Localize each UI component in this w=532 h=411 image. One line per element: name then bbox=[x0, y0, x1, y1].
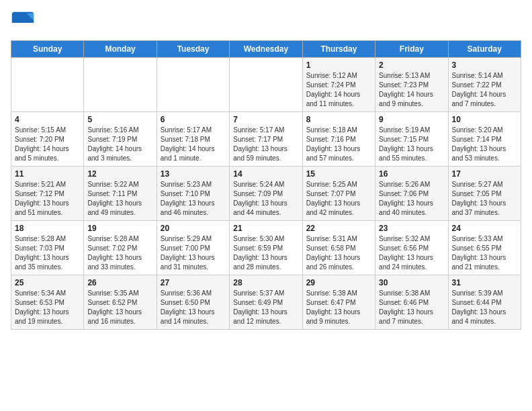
day-number: 21 bbox=[233, 224, 298, 233]
calendar-cell: 16Sunrise: 5:26 AM Sunset: 7:06 PM Dayli… bbox=[375, 167, 448, 221]
calendar-cell: 17Sunrise: 5:27 AM Sunset: 7:05 PM Dayli… bbox=[448, 167, 521, 221]
calendar-cell: 13Sunrise: 5:23 AM Sunset: 7:10 PM Dayli… bbox=[157, 167, 229, 221]
svg-rect-2 bbox=[12, 19, 34, 23]
day-info: Sunrise: 5:38 AM Sunset: 6:46 PM Dayligh… bbox=[379, 289, 444, 326]
day-info: Sunrise: 5:36 AM Sunset: 6:50 PM Dayligh… bbox=[161, 289, 226, 326]
calendar-cell: 11Sunrise: 5:21 AM Sunset: 7:12 PM Dayli… bbox=[11, 167, 84, 221]
calendar-cell: 18Sunrise: 5:28 AM Sunset: 7:03 PM Dayli… bbox=[11, 221, 84, 275]
day-info: Sunrise: 5:37 AM Sunset: 6:49 PM Dayligh… bbox=[233, 289, 298, 326]
calendar-cell bbox=[157, 58, 229, 112]
day-info: Sunrise: 5:13 AM Sunset: 7:23 PM Dayligh… bbox=[379, 71, 444, 109]
calendar-week-row: 4Sunrise: 5:15 AM Sunset: 7:20 PM Daylig… bbox=[11, 112, 521, 167]
day-number: 22 bbox=[306, 224, 371, 233]
day-number: 29 bbox=[306, 278, 371, 287]
day-info: Sunrise: 5:18 AM Sunset: 7:16 PM Dayligh… bbox=[306, 126, 371, 163]
day-number: 8 bbox=[306, 115, 371, 124]
calendar-week-row: 18Sunrise: 5:28 AM Sunset: 7:03 PM Dayli… bbox=[11, 221, 521, 275]
calendar-cell: 15Sunrise: 5:25 AM Sunset: 7:07 PM Dayli… bbox=[302, 167, 375, 221]
day-number: 30 bbox=[379, 278, 444, 287]
day-number: 10 bbox=[452, 115, 517, 124]
calendar-cell: 26Sunrise: 5:35 AM Sunset: 6:52 PM Dayli… bbox=[84, 275, 157, 330]
day-number: 17 bbox=[452, 169, 517, 179]
day-info: Sunrise: 5:19 AM Sunset: 7:15 PM Dayligh… bbox=[379, 126, 444, 163]
weekday-header: Thursday bbox=[302, 41, 375, 58]
weekday-header: Tuesday bbox=[157, 41, 229, 58]
calendar-table: SundayMondayTuesdayWednesdayThursdayFrid… bbox=[11, 40, 521, 330]
calendar-cell: 14Sunrise: 5:24 AM Sunset: 7:09 PM Dayli… bbox=[230, 167, 302, 221]
day-info: Sunrise: 5:20 AM Sunset: 7:14 PM Dayligh… bbox=[452, 126, 517, 163]
day-info: Sunrise: 5:31 AM Sunset: 6:58 PM Dayligh… bbox=[306, 234, 371, 272]
weekday-header: Wednesday bbox=[230, 41, 302, 58]
day-number: 24 bbox=[452, 224, 517, 233]
weekday-header: Friday bbox=[375, 41, 448, 58]
calendar-cell: 3Sunrise: 5:14 AM Sunset: 7:22 PM Daylig… bbox=[448, 58, 521, 112]
calendar-cell bbox=[84, 58, 157, 112]
calendar-cell bbox=[230, 58, 302, 112]
calendar-week-row: 11Sunrise: 5:21 AM Sunset: 7:12 PM Dayli… bbox=[11, 167, 521, 221]
day-number: 1 bbox=[306, 60, 371, 70]
day-info: Sunrise: 5:17 AM Sunset: 7:18 PM Dayligh… bbox=[161, 126, 226, 163]
weekday-header: Saturday bbox=[448, 41, 521, 58]
day-info: Sunrise: 5:29 AM Sunset: 7:00 PM Dayligh… bbox=[161, 234, 226, 272]
calendar-cell: 5Sunrise: 5:16 AM Sunset: 7:19 PM Daylig… bbox=[84, 112, 157, 167]
day-number: 25 bbox=[15, 278, 80, 287]
day-info: Sunrise: 5:28 AM Sunset: 7:02 PM Dayligh… bbox=[87, 234, 152, 272]
day-number: 2 bbox=[379, 60, 444, 70]
page-header bbox=[11, 11, 521, 35]
day-info: Sunrise: 5:30 AM Sunset: 6:59 PM Dayligh… bbox=[233, 234, 298, 272]
day-info: Sunrise: 5:17 AM Sunset: 7:17 PM Dayligh… bbox=[233, 126, 298, 163]
day-info: Sunrise: 5:26 AM Sunset: 7:06 PM Dayligh… bbox=[379, 180, 444, 218]
day-number: 15 bbox=[306, 169, 371, 179]
day-number: 6 bbox=[161, 115, 226, 124]
calendar-cell: 9Sunrise: 5:19 AM Sunset: 7:15 PM Daylig… bbox=[375, 112, 448, 167]
day-info: Sunrise: 5:24 AM Sunset: 7:09 PM Dayligh… bbox=[233, 180, 298, 218]
day-number: 27 bbox=[161, 278, 226, 287]
day-info: Sunrise: 5:32 AM Sunset: 6:56 PM Dayligh… bbox=[379, 234, 444, 272]
day-number: 11 bbox=[15, 169, 80, 179]
day-number: 19 bbox=[87, 224, 152, 233]
day-number: 20 bbox=[161, 224, 226, 233]
calendar-cell: 23Sunrise: 5:32 AM Sunset: 6:56 PM Dayli… bbox=[375, 221, 448, 275]
day-number: 26 bbox=[87, 278, 152, 287]
day-number: 31 bbox=[452, 278, 517, 287]
day-info: Sunrise: 5:33 AM Sunset: 6:55 PM Dayligh… bbox=[452, 234, 517, 272]
day-info: Sunrise: 5:39 AM Sunset: 6:44 PM Dayligh… bbox=[452, 289, 517, 326]
day-info: Sunrise: 5:23 AM Sunset: 7:10 PM Dayligh… bbox=[161, 180, 226, 218]
calendar-cell: 6Sunrise: 5:17 AM Sunset: 7:18 PM Daylig… bbox=[157, 112, 229, 167]
calendar-cell: 2Sunrise: 5:13 AM Sunset: 7:23 PM Daylig… bbox=[375, 58, 448, 112]
day-info: Sunrise: 5:35 AM Sunset: 6:52 PM Dayligh… bbox=[87, 289, 152, 326]
day-info: Sunrise: 5:14 AM Sunset: 7:22 PM Dayligh… bbox=[452, 71, 517, 109]
day-info: Sunrise: 5:25 AM Sunset: 7:07 PM Dayligh… bbox=[306, 180, 371, 218]
day-number: 18 bbox=[15, 224, 80, 233]
day-number: 7 bbox=[233, 115, 298, 124]
day-info: Sunrise: 5:34 AM Sunset: 6:53 PM Dayligh… bbox=[15, 289, 80, 326]
day-info: Sunrise: 5:16 AM Sunset: 7:19 PM Dayligh… bbox=[87, 126, 152, 163]
logo-icon bbox=[11, 11, 35, 35]
day-number: 28 bbox=[233, 278, 298, 287]
calendar-cell: 20Sunrise: 5:29 AM Sunset: 7:00 PM Dayli… bbox=[157, 221, 229, 275]
calendar-cell bbox=[11, 58, 84, 112]
calendar-cell: 8Sunrise: 5:18 AM Sunset: 7:16 PM Daylig… bbox=[302, 112, 375, 167]
calendar-cell: 29Sunrise: 5:38 AM Sunset: 6:47 PM Dayli… bbox=[302, 275, 375, 330]
day-info: Sunrise: 5:22 AM Sunset: 7:11 PM Dayligh… bbox=[87, 180, 152, 218]
day-number: 9 bbox=[379, 115, 444, 124]
calendar-cell: 19Sunrise: 5:28 AM Sunset: 7:02 PM Dayli… bbox=[84, 221, 157, 275]
day-number: 12 bbox=[87, 169, 152, 179]
calendar-cell: 27Sunrise: 5:36 AM Sunset: 6:50 PM Dayli… bbox=[157, 275, 229, 330]
calendar-cell: 25Sunrise: 5:34 AM Sunset: 6:53 PM Dayli… bbox=[11, 275, 84, 330]
day-number: 5 bbox=[87, 115, 152, 124]
calendar-week-row: 1Sunrise: 5:12 AM Sunset: 7:24 PM Daylig… bbox=[11, 58, 521, 112]
logo bbox=[11, 11, 38, 35]
calendar-cell: 21Sunrise: 5:30 AM Sunset: 6:59 PM Dayli… bbox=[230, 221, 302, 275]
calendar-cell: 31Sunrise: 5:39 AM Sunset: 6:44 PM Dayli… bbox=[448, 275, 521, 330]
weekday-header-row: SundayMondayTuesdayWednesdayThursdayFrid… bbox=[11, 41, 521, 58]
day-number: 3 bbox=[452, 60, 517, 70]
day-number: 4 bbox=[15, 115, 80, 124]
day-info: Sunrise: 5:21 AM Sunset: 7:12 PM Dayligh… bbox=[15, 180, 80, 218]
calendar-week-row: 25Sunrise: 5:34 AM Sunset: 6:53 PM Dayli… bbox=[11, 275, 521, 330]
calendar-cell: 22Sunrise: 5:31 AM Sunset: 6:58 PM Dayli… bbox=[302, 221, 375, 275]
calendar-cell: 7Sunrise: 5:17 AM Sunset: 7:17 PM Daylig… bbox=[230, 112, 302, 167]
calendar-cell: 30Sunrise: 5:38 AM Sunset: 6:46 PM Dayli… bbox=[375, 275, 448, 330]
calendar-cell: 1Sunrise: 5:12 AM Sunset: 7:24 PM Daylig… bbox=[302, 58, 375, 112]
calendar-cell: 10Sunrise: 5:20 AM Sunset: 7:14 PM Dayli… bbox=[448, 112, 521, 167]
